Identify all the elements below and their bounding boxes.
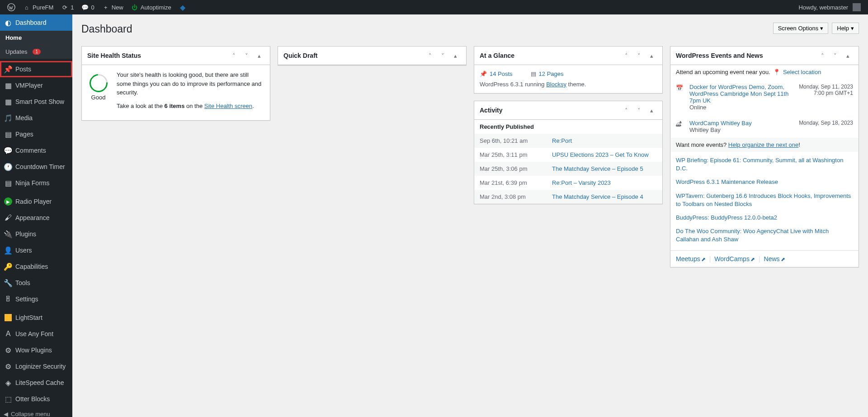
meetup-icon: 📅 (676, 84, 685, 91)
activity-post-link[interactable]: Re:Port – Varsity 2023 (552, 179, 657, 186)
move-down-button[interactable]: ˅ (437, 50, 448, 61)
grid-icon: ▦ (4, 97, 13, 106)
menu-capabilities[interactable]: 🔑Capabilities (0, 258, 72, 275)
move-up-button[interactable]: ˄ (817, 50, 828, 61)
media-icon: 🎵 (4, 113, 13, 122)
menu-tools[interactable]: 🔧Tools (0, 275, 72, 286)
menu-pages[interactable]: ▤Pages (0, 126, 72, 142)
quick-draft-widget: Quick Draft ˄ ˅ ▴ (278, 46, 467, 66)
new-content-link[interactable]: +New (98, 0, 127, 14)
menu-dashboard[interactable]: ◐Dashboard (0, 14, 72, 31)
news-item-link[interactable]: WP Briefing: Episode 61: Community, Summ… (676, 154, 853, 175)
autoptimize-link[interactable]: ⏻Autoptimize (127, 0, 175, 14)
select-location-link[interactable]: Select location (783, 69, 821, 75)
menu-comments[interactable]: 💬Comments (0, 142, 72, 159)
user-icon: 👤 (4, 246, 13, 255)
glance-pages-link[interactable]: ▤12 Pages (531, 70, 564, 77)
event-date: Monday, Sep 18, 2023 (799, 120, 853, 126)
move-up-button[interactable]: ˄ (621, 105, 632, 116)
health-gauge: Good (87, 70, 109, 101)
activity-row: Mar 25th, 3:06 pmThe Matchday Service – … (474, 162, 662, 176)
new-label: New (112, 4, 123, 11)
site-health-link[interactable]: Site Health screen (204, 103, 252, 109)
toggle-button[interactable]: ▴ (254, 50, 264, 61)
power-icon: ⏻ (131, 3, 139, 11)
activity-date: Sep 6th, 10:21 am (480, 137, 543, 144)
site-health-widget: Site Health Status ˄ ˅ ▴ Good Y (81, 46, 270, 121)
toggle-button[interactable]: ▴ (842, 50, 853, 61)
wrench-icon: 🔧 (4, 278, 13, 286)
activity-post-link[interactable]: The Matchday Service – Episode 5 (552, 165, 657, 172)
submenu-updates[interactable]: Updates1 (0, 45, 72, 59)
location-pin-icon: 📍 (773, 69, 780, 75)
move-down-button[interactable]: ˅ (241, 50, 252, 61)
move-down-button[interactable]: ˅ (633, 105, 644, 116)
activity-date: Mar 2nd, 3:08 pm (480, 193, 543, 200)
page-icon: ▤ (4, 130, 13, 139)
menu-radio-player[interactable]: ▶Radio Player (0, 193, 72, 210)
activity-section-title: Recently Published (474, 120, 662, 134)
menu-media[interactable]: 🎵Media (0, 110, 72, 126)
news-list: WP Briefing: Episode 61: Community, Summ… (670, 152, 859, 250)
activity-row: Mar 21st, 6:39 pmRe:Port – Varsity 2023 (474, 176, 662, 190)
menu-smart-post-show[interactable]: ▦Smart Post Show (0, 94, 72, 110)
updates-badge: 1 (33, 49, 41, 55)
howdy-text: Howdy, webmaster (798, 4, 848, 11)
site-home-link[interactable]: ⌂PureFM (19, 0, 57, 14)
news-item-link[interactable]: BuddyPress: BuddyPress 12.0.0-beta2 (676, 211, 853, 225)
comments-link[interactable]: 💬0 (77, 0, 98, 14)
event-row: 🏕WordCamp Whitley BayWhitley BayMonday, … (670, 115, 859, 138)
activity-date: Mar 25th, 3:11 pm (480, 151, 543, 158)
organize-link[interactable]: Help organize the next one (728, 141, 798, 148)
toggle-button[interactable]: ▴ (450, 50, 461, 61)
comments-count: 0 (91, 4, 94, 11)
event-title-link[interactable]: Docker for WordPress Demo, Zoom, WordPre… (689, 84, 788, 104)
activity-date: Mar 25th, 3:06 pm (480, 165, 543, 172)
help-button[interactable]: Help▾ (832, 23, 859, 34)
submenu-home[interactable]: Home (0, 31, 72, 45)
admin-toolbar: ⌂PureFM ⟳1 💬0 +New ⏻Autoptimize ◆ Howdy,… (0, 0, 868, 14)
toggle-button[interactable]: ▴ (646, 50, 657, 61)
activity-post-link[interactable]: The Matchday Service – Episode 4 (552, 193, 657, 200)
move-down-button[interactable]: ˅ (633, 50, 644, 61)
menu-ninja-forms[interactable]: ▤Ninja Forms (0, 175, 72, 191)
news-item-link[interactable]: Do The Woo Community: Woo AgencyChat Liv… (676, 225, 853, 246)
theme-link[interactable]: Blocksy (546, 81, 566, 88)
glance-posts-link[interactable]: 📌14 Posts (480, 70, 513, 77)
activity-post-link[interactable]: UPSU Elections 2023 – Get To Know (552, 151, 657, 158)
wordcamp-icon: 🏕 (676, 120, 685, 127)
updates-link[interactable]: ⟳1 (57, 0, 77, 14)
account-link[interactable]: Howdy, webmaster (795, 0, 864, 14)
news-link[interactable]: News⬈ (764, 255, 785, 262)
menu-plugins[interactable]: 🔌Plugins (0, 226, 72, 242)
menu-vmplayer[interactable]: ▦VMPlayer (0, 77, 72, 94)
news-item-link[interactable]: WPTavern: Gutenberg 16.6 Introduces Bloc… (676, 189, 853, 211)
health-status: Good (87, 94, 109, 101)
move-down-button[interactable]: ˅ (830, 50, 840, 61)
toggle-button[interactable]: ▴ (646, 105, 657, 116)
plug-icon: 🔌 (4, 230, 13, 239)
activity-post-link[interactable]: Re:Port (552, 137, 657, 144)
admin-sidebar: ◐Dashboard Home Updates1 📌Posts ▦VMPlaye… (0, 14, 72, 286)
events-list: 📅Docker for WordPress Demo, Zoom, WordPr… (670, 79, 859, 138)
event-title-link[interactable]: WordCamp Whitley Bay (689, 120, 752, 127)
wordcamps-link[interactable]: WordCamps⬈ (714, 255, 755, 262)
chevron-down-icon: ▾ (820, 25, 823, 32)
menu-appearance[interactable]: 🖌Appearance (0, 210, 72, 226)
move-up-button[interactable]: ˄ (621, 50, 632, 61)
page-icon: ▤ (531, 70, 536, 77)
comment-icon: 💬 (4, 146, 13, 155)
news-item-link[interactable]: WordPress 6.3.1 Maintenance Release (676, 175, 853, 189)
wp-logo[interactable] (4, 0, 19, 14)
external-link-icon: ⬈ (750, 256, 755, 262)
menu-countdown[interactable]: 🕐Countdown Timer (0, 159, 72, 175)
screen-options-button[interactable]: Screen Options▾ (773, 23, 829, 34)
move-up-button[interactable]: ˄ (425, 50, 435, 61)
meetups-link[interactable]: Meetups⬈ (676, 255, 706, 262)
blue-diamond-link[interactable]: ◆ (175, 0, 190, 14)
menu-users[interactable]: 👤Users (0, 242, 72, 258)
events-news-widget: WordPress Events and News ˄ ˅ ▴ Attend a… (670, 46, 859, 267)
move-up-button[interactable]: ˄ (228, 50, 239, 61)
menu-posts[interactable]: 📌Posts (0, 61, 72, 77)
updates-count: 1 (71, 4, 74, 11)
